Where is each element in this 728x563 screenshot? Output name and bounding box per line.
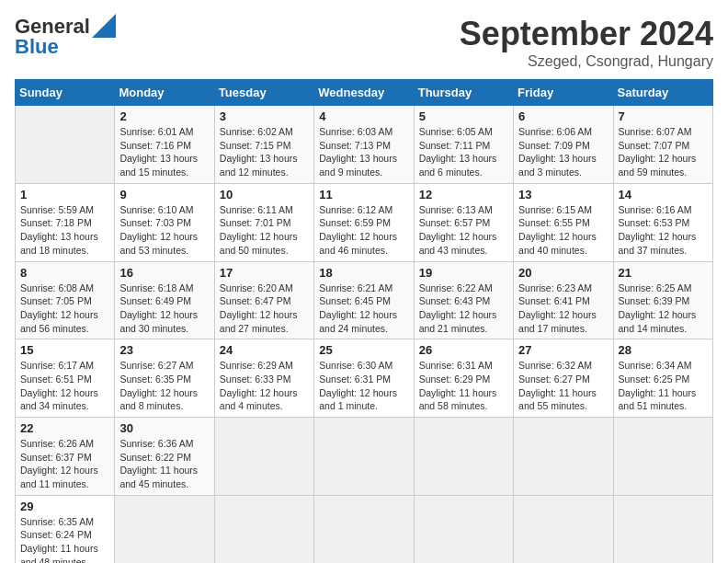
calendar-cell (16, 106, 115, 184)
calendar-cell: 25Sunrise: 6:30 AMSunset: 6:31 PMDayligh… (314, 339, 414, 418)
calendar-week-row: 29Sunrise: 6:35 AMSunset: 6:24 PMDayligh… (16, 495, 713, 563)
day-info: Sunrise: 6:23 AMSunset: 6:41 PMDaylight:… (518, 282, 608, 336)
day-number: 9 (119, 188, 209, 201)
day-number: 24 (220, 343, 309, 357)
day-number: 11 (319, 188, 408, 201)
day-number: 10 (220, 188, 309, 201)
day-number: 19 (419, 266, 508, 280)
day-number: 23 (119, 343, 209, 357)
day-number: 2 (119, 109, 209, 123)
calendar-cell: 19Sunrise: 6:22 AMSunset: 6:43 PMDayligh… (414, 261, 513, 339)
calendar-table: SundayMondayTuesdayWednesdayThursdayFrid… (15, 79, 713, 563)
calendar-cell: 26Sunrise: 6:31 AMSunset: 6:29 PMDayligh… (414, 339, 513, 418)
col-header-monday: Monday (115, 80, 214, 106)
day-number: 18 (319, 266, 408, 280)
day-info: Sunrise: 5:59 AMSunset: 7:18 PMDaylight:… (20, 203, 109, 258)
day-info: Sunrise: 6:15 AMSunset: 6:55 PMDaylight:… (518, 203, 608, 258)
day-number: 25 (319, 343, 408, 357)
logo: General Blue (15, 15, 116, 59)
day-info: Sunrise: 6:06 AMSunset: 7:09 PMDaylight:… (518, 125, 608, 179)
calendar-cell (414, 418, 513, 496)
calendar-cell (115, 495, 214, 563)
day-info: Sunrise: 6:30 AMSunset: 6:31 PMDaylight:… (319, 359, 408, 413)
day-number: 16 (119, 266, 209, 280)
day-number: 13 (518, 188, 608, 201)
day-info: Sunrise: 6:31 AMSunset: 6:29 PMDaylight:… (419, 359, 508, 413)
calendar-cell (613, 418, 712, 496)
day-info: Sunrise: 6:13 AMSunset: 6:57 PMDaylight:… (419, 203, 508, 258)
day-info: Sunrise: 6:36 AMSunset: 6:22 PMDaylight:… (119, 437, 209, 491)
calendar-cell: 30Sunrise: 6:36 AMSunset: 6:22 PMDayligh… (115, 418, 214, 496)
col-header-thursday: Thursday (414, 80, 513, 106)
day-info: Sunrise: 6:34 AMSunset: 6:25 PMDaylight:… (619, 359, 708, 413)
calendar-cell: 27Sunrise: 6:32 AMSunset: 6:27 PMDayligh… (514, 339, 613, 418)
day-info: Sunrise: 6:27 AMSunset: 6:35 PMDaylight:… (119, 359, 209, 413)
day-number: 28 (619, 343, 708, 357)
day-number: 15 (20, 343, 109, 357)
calendar-cell: 7Sunrise: 6:07 AMSunset: 7:07 PMDaylight… (613, 106, 712, 184)
day-number: 3 (220, 109, 309, 123)
day-info: Sunrise: 6:08 AMSunset: 7:05 PMDaylight:… (20, 282, 109, 336)
col-header-saturday: Saturday (613, 80, 712, 106)
day-number: 27 (518, 343, 608, 357)
day-info: Sunrise: 6:02 AMSunset: 7:15 PMDaylight:… (220, 125, 309, 179)
day-number: 21 (619, 266, 708, 280)
calendar-cell: 3Sunrise: 6:02 AMSunset: 7:15 PMDaylight… (214, 106, 313, 184)
calendar-cell: 5Sunrise: 6:05 AMSunset: 7:11 PMDaylight… (414, 106, 513, 184)
day-number: 8 (20, 266, 109, 280)
calendar-cell: 15Sunrise: 6:17 AMSunset: 6:51 PMDayligh… (16, 339, 115, 418)
calendar-cell: 11Sunrise: 6:12 AMSunset: 6:59 PMDayligh… (314, 183, 414, 261)
calendar-cell (214, 418, 313, 496)
day-number: 5 (419, 109, 508, 123)
calendar-cell: 4Sunrise: 6:03 AMSunset: 7:13 PMDaylight… (314, 106, 414, 184)
location: Szeged, Csongrad, Hungary (460, 53, 713, 70)
title-area: September 2024 Szeged, Csongrad, Hungary (460, 15, 713, 70)
logo-icon (92, 14, 116, 38)
calendar-cell: 16Sunrise: 6:18 AMSunset: 6:49 PMDayligh… (115, 261, 214, 339)
calendar-cell (514, 495, 613, 563)
page-header: General Blue September 2024 Szeged, Cson… (15, 15, 713, 70)
calendar-cell: 29Sunrise: 6:35 AMSunset: 6:24 PMDayligh… (16, 495, 115, 563)
calendar-cell: 24Sunrise: 6:29 AMSunset: 6:33 PMDayligh… (214, 339, 313, 418)
day-number: 26 (419, 343, 508, 357)
calendar-cell (514, 418, 613, 496)
day-info: Sunrise: 6:29 AMSunset: 6:33 PMDaylight:… (220, 359, 309, 413)
logo-blue-text: Blue (15, 35, 59, 59)
calendar-cell: 23Sunrise: 6:27 AMSunset: 6:35 PMDayligh… (115, 339, 214, 418)
day-number: 14 (619, 188, 708, 201)
calendar-cell (613, 495, 712, 563)
day-info: Sunrise: 6:22 AMSunset: 6:43 PMDaylight:… (419, 282, 508, 336)
day-number: 12 (419, 188, 508, 201)
month-title: September 2024 (460, 15, 713, 53)
calendar-cell: 13Sunrise: 6:15 AMSunset: 6:55 PMDayligh… (514, 183, 613, 261)
calendar-cell: 1Sunrise: 5:59 AMSunset: 7:18 PMDaylight… (16, 183, 115, 261)
calendar-cell: 18Sunrise: 6:21 AMSunset: 6:45 PMDayligh… (314, 261, 414, 339)
col-header-sunday: Sunday (16, 80, 115, 106)
calendar-cell: 14Sunrise: 6:16 AMSunset: 6:53 PMDayligh… (613, 183, 712, 261)
day-number: 30 (119, 421, 209, 435)
calendar-cell: 22Sunrise: 6:26 AMSunset: 6:37 PMDayligh… (16, 418, 115, 496)
day-info: Sunrise: 6:12 AMSunset: 6:59 PMDaylight:… (319, 203, 408, 258)
calendar-cell: 20Sunrise: 6:23 AMSunset: 6:41 PMDayligh… (514, 261, 613, 339)
col-header-tuesday: Tuesday (214, 80, 313, 106)
day-number: 22 (20, 421, 109, 435)
day-info: Sunrise: 6:16 AMSunset: 6:53 PMDaylight:… (619, 203, 708, 258)
calendar-cell (314, 495, 414, 563)
calendar-cell: 28Sunrise: 6:34 AMSunset: 6:25 PMDayligh… (613, 339, 712, 418)
day-number: 29 (20, 500, 109, 513)
day-info: Sunrise: 6:25 AMSunset: 6:39 PMDaylight:… (619, 282, 708, 336)
day-info: Sunrise: 6:11 AMSunset: 7:01 PMDaylight:… (220, 203, 309, 258)
day-number: 20 (518, 266, 608, 280)
day-info: Sunrise: 6:32 AMSunset: 6:27 PMDaylight:… (518, 359, 608, 413)
calendar-week-row: 1Sunrise: 5:59 AMSunset: 7:18 PMDaylight… (16, 183, 713, 261)
calendar-cell: 12Sunrise: 6:13 AMSunset: 6:57 PMDayligh… (414, 183, 513, 261)
calendar-cell: 8Sunrise: 6:08 AMSunset: 7:05 PMDaylight… (16, 261, 115, 339)
svg-marker-0 (92, 14, 116, 38)
calendar-cell: 2Sunrise: 6:01 AMSunset: 7:16 PMDaylight… (115, 106, 214, 184)
calendar-cell: 9Sunrise: 6:10 AMSunset: 7:03 PMDaylight… (115, 183, 214, 261)
day-info: Sunrise: 6:35 AMSunset: 6:24 PMDaylight:… (20, 515, 109, 563)
day-info: Sunrise: 6:05 AMSunset: 7:11 PMDaylight:… (419, 125, 508, 179)
day-info: Sunrise: 6:03 AMSunset: 7:13 PMDaylight:… (319, 125, 408, 179)
day-info: Sunrise: 6:18 AMSunset: 6:49 PMDaylight:… (119, 282, 209, 336)
calendar-cell (214, 495, 313, 563)
